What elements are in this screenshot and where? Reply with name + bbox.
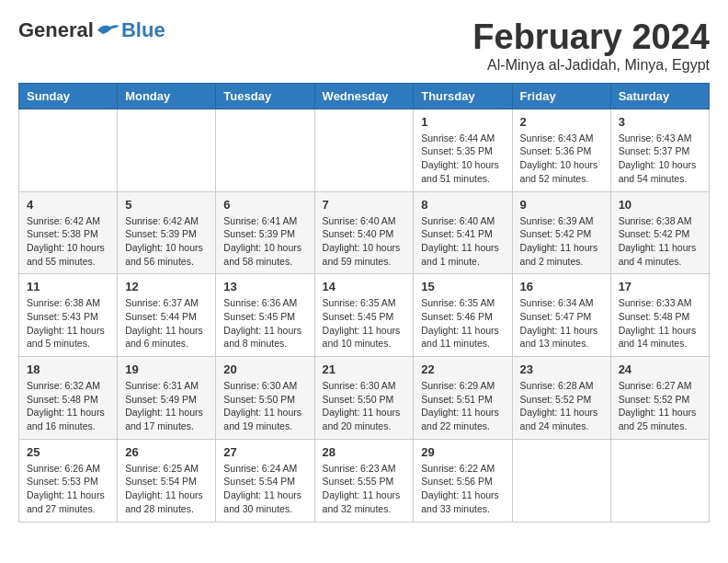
day-info: Sunrise: 6:43 AMSunset: 5:37 PMDaylight:… — [619, 132, 701, 186]
calendar-cell: 16Sunrise: 6:34 AMSunset: 5:47 PMDayligh… — [512, 274, 610, 357]
weekday-header-cell: Tuesday — [216, 83, 314, 109]
day-number: 8 — [421, 198, 504, 212]
day-info: Sunrise: 6:23 AMSunset: 5:55 PMDaylight:… — [323, 462, 406, 516]
calendar-cell: 26Sunrise: 6:25 AMSunset: 5:54 PMDayligh… — [118, 439, 216, 522]
day-info: Sunrise: 6:37 AMSunset: 5:44 PMDaylight:… — [125, 296, 208, 350]
day-number: 18 — [27, 362, 109, 376]
day-number: 22 — [421, 362, 504, 376]
day-info: Sunrise: 6:44 AMSunset: 5:35 PMDaylight:… — [421, 132, 504, 186]
calendar-week-row: 4Sunrise: 6:42 AMSunset: 5:38 PMDaylight… — [19, 191, 710, 274]
weekday-header-row: SundayMondayTuesdayWednesdayThursdayFrid… — [19, 83, 710, 109]
calendar-cell — [19, 109, 118, 191]
day-number: 13 — [223, 280, 306, 293]
calendar-cell: 10Sunrise: 6:38 AMSunset: 5:42 PMDayligh… — [610, 191, 709, 274]
calendar-week-row: 18Sunrise: 6:32 AMSunset: 5:48 PMDayligh… — [19, 357, 710, 440]
weekday-header-cell: Saturday — [610, 83, 709, 109]
day-number: 21 — [323, 362, 406, 376]
weekday-header-cell: Sunday — [19, 83, 118, 109]
day-number: 4 — [27, 198, 109, 212]
calendar-cell — [610, 439, 709, 522]
calendar-cell: 2Sunrise: 6:43 AMSunset: 5:36 PMDaylight… — [512, 109, 610, 191]
day-info: Sunrise: 6:33 AMSunset: 5:48 PMDaylight:… — [619, 296, 701, 350]
month-title: February 2024 — [472, 18, 710, 57]
day-number: 20 — [223, 362, 306, 376]
calendar-cell: 11Sunrise: 6:38 AMSunset: 5:43 PMDayligh… — [19, 274, 118, 357]
day-info: Sunrise: 6:35 AMSunset: 5:45 PMDaylight:… — [323, 296, 406, 350]
day-number: 11 — [27, 280, 109, 293]
calendar-cell: 9Sunrise: 6:39 AMSunset: 5:42 PMDaylight… — [512, 191, 610, 274]
day-info: Sunrise: 6:40 AMSunset: 5:40 PMDaylight:… — [323, 214, 406, 269]
calendar-table: SundayMondayTuesdayWednesdayThursdayFrid… — [18, 83, 710, 523]
day-number: 24 — [619, 362, 701, 376]
location-title: Al-Minya al-Jadidah, Minya, Egypt — [472, 57, 710, 74]
day-number: 14 — [323, 280, 406, 293]
calendar-cell: 6Sunrise: 6:41 AMSunset: 5:39 PMDaylight… — [216, 191, 314, 274]
day-number: 23 — [520, 362, 603, 376]
day-info: Sunrise: 6:38 AMSunset: 5:42 PMDaylight:… — [619, 214, 701, 269]
calendar-cell: 7Sunrise: 6:40 AMSunset: 5:40 PMDaylight… — [314, 191, 414, 274]
day-info: Sunrise: 6:42 AMSunset: 5:39 PMDaylight:… — [125, 214, 208, 269]
calendar-cell: 17Sunrise: 6:33 AMSunset: 5:48 PMDayligh… — [610, 274, 709, 357]
calendar-week-row: 11Sunrise: 6:38 AMSunset: 5:43 PMDayligh… — [19, 274, 710, 357]
day-number: 9 — [520, 198, 603, 212]
calendar-cell: 3Sunrise: 6:43 AMSunset: 5:37 PMDaylight… — [610, 109, 709, 191]
calendar-cell: 29Sunrise: 6:22 AMSunset: 5:56 PMDayligh… — [414, 439, 512, 522]
day-number: 12 — [125, 280, 208, 293]
day-number: 25 — [27, 445, 109, 459]
calendar-body: 1Sunrise: 6:44 AMSunset: 5:35 PMDaylight… — [19, 109, 710, 522]
day-number: 19 — [125, 362, 208, 376]
calendar-cell: 19Sunrise: 6:31 AMSunset: 5:49 PMDayligh… — [118, 357, 216, 440]
day-number: 1 — [421, 115, 504, 129]
day-number: 15 — [421, 280, 504, 293]
day-info: Sunrise: 6:26 AMSunset: 5:53 PMDaylight:… — [27, 462, 109, 516]
day-info: Sunrise: 6:43 AMSunset: 5:36 PMDaylight:… — [520, 132, 603, 186]
calendar-cell — [512, 439, 610, 522]
day-info: Sunrise: 6:30 AMSunset: 5:50 PMDaylight:… — [323, 379, 406, 433]
day-number: 26 — [125, 445, 208, 459]
logo: General Blue — [18, 18, 165, 42]
weekday-header-cell: Wednesday — [314, 83, 414, 109]
day-info: Sunrise: 6:35 AMSunset: 5:46 PMDaylight:… — [421, 296, 504, 350]
day-number: 29 — [421, 445, 504, 459]
day-info: Sunrise: 6:30 AMSunset: 5:50 PMDaylight:… — [223, 379, 306, 433]
calendar-cell: 5Sunrise: 6:42 AMSunset: 5:39 PMDaylight… — [118, 191, 216, 274]
day-info: Sunrise: 6:34 AMSunset: 5:47 PMDaylight:… — [520, 296, 603, 350]
calendar-cell: 24Sunrise: 6:27 AMSunset: 5:52 PMDayligh… — [610, 357, 709, 440]
logo-general-text: General — [18, 18, 94, 42]
calendar-cell: 4Sunrise: 6:42 AMSunset: 5:38 PMDaylight… — [19, 191, 118, 274]
calendar-cell: 21Sunrise: 6:30 AMSunset: 5:50 PMDayligh… — [314, 357, 414, 440]
day-number: 10 — [619, 198, 701, 212]
day-info: Sunrise: 6:40 AMSunset: 5:41 PMDaylight:… — [421, 214, 504, 269]
calendar-cell: 8Sunrise: 6:40 AMSunset: 5:41 PMDaylight… — [414, 191, 512, 274]
weekday-header-cell: Monday — [118, 83, 216, 109]
day-number: 17 — [619, 280, 701, 293]
day-number: 27 — [223, 445, 306, 459]
calendar-cell — [118, 109, 216, 191]
day-info: Sunrise: 6:22 AMSunset: 5:56 PMDaylight:… — [421, 462, 504, 516]
calendar-cell: 12Sunrise: 6:37 AMSunset: 5:44 PMDayligh… — [118, 274, 216, 357]
calendar-cell: 1Sunrise: 6:44 AMSunset: 5:35 PMDaylight… — [414, 109, 512, 191]
day-number: 2 — [520, 115, 603, 129]
day-info: Sunrise: 6:25 AMSunset: 5:54 PMDaylight:… — [125, 462, 208, 516]
weekday-header-cell: Thursday — [414, 83, 512, 109]
day-info: Sunrise: 6:42 AMSunset: 5:38 PMDaylight:… — [27, 214, 109, 269]
calendar-week-row: 25Sunrise: 6:26 AMSunset: 5:53 PMDayligh… — [19, 439, 710, 522]
title-block: February 2024 Al-Minya al-Jadidah, Minya… — [472, 18, 710, 74]
day-info: Sunrise: 6:39 AMSunset: 5:42 PMDaylight:… — [520, 214, 603, 269]
day-number: 28 — [323, 445, 406, 459]
calendar-cell: 25Sunrise: 6:26 AMSunset: 5:53 PMDayligh… — [19, 439, 118, 522]
day-info: Sunrise: 6:41 AMSunset: 5:39 PMDaylight:… — [223, 214, 306, 269]
day-number: 3 — [619, 115, 701, 129]
calendar-cell: 13Sunrise: 6:36 AMSunset: 5:45 PMDayligh… — [216, 274, 314, 357]
page-header: General Blue February 2024 Al-Minya al-J… — [18, 18, 710, 74]
calendar-cell: 20Sunrise: 6:30 AMSunset: 5:50 PMDayligh… — [216, 357, 314, 440]
calendar-cell: 27Sunrise: 6:24 AMSunset: 5:54 PMDayligh… — [216, 439, 314, 522]
calendar-cell: 15Sunrise: 6:35 AMSunset: 5:46 PMDayligh… — [414, 274, 512, 357]
calendar-week-row: 1Sunrise: 6:44 AMSunset: 5:35 PMDaylight… — [19, 109, 710, 191]
logo-bird-icon — [96, 21, 121, 40]
day-info: Sunrise: 6:32 AMSunset: 5:48 PMDaylight:… — [27, 379, 109, 433]
day-info: Sunrise: 6:29 AMSunset: 5:51 PMDaylight:… — [421, 379, 504, 433]
calendar-cell: 28Sunrise: 6:23 AMSunset: 5:55 PMDayligh… — [314, 439, 414, 522]
day-number: 5 — [125, 198, 208, 212]
calendar-cell: 23Sunrise: 6:28 AMSunset: 5:52 PMDayligh… — [512, 357, 610, 440]
